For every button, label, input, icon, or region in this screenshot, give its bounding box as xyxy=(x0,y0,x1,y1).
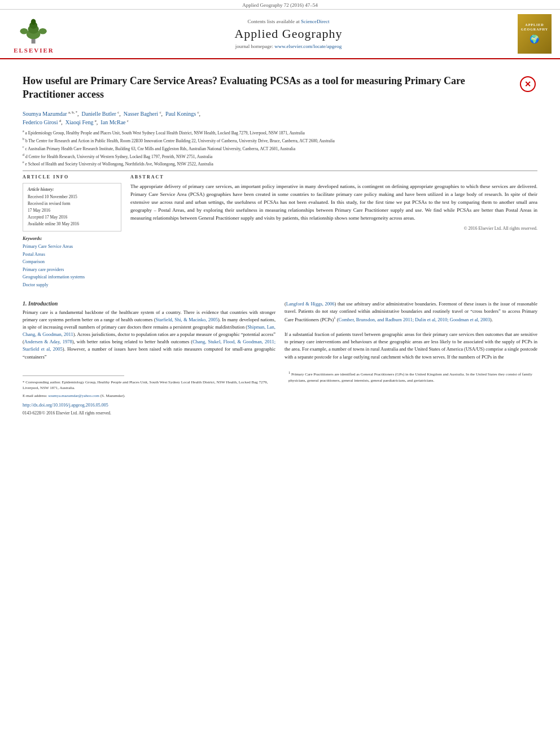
revised-date: 17 May 2016 xyxy=(28,207,116,214)
footnote-divider xyxy=(23,375,124,376)
history-label: Article history: xyxy=(28,187,116,192)
crossmark-icon[interactable]: ✕ xyxy=(520,76,536,92)
intro-right-col: (Langford & Higgs, 2006) that use arbitr… xyxy=(285,300,537,361)
footnote-container: * Corresponding author. Epidemiology Gro… xyxy=(0,370,560,417)
applied-geo-globe-icon: 🌍 xyxy=(530,34,540,45)
article-info-label: ARTICLE INFO xyxy=(23,174,121,180)
author-butler[interactable]: Danielle Butler xyxy=(81,111,116,117)
left-column: ARTICLE INFO Article history: Received 1… xyxy=(23,174,121,289)
article-title: How useful are Primary Care Service Area… xyxy=(23,74,512,102)
footnote-area: * Corresponding author. Epidemiology Gro… xyxy=(0,370,560,417)
intro-heading: 1. Introduction xyxy=(23,300,275,307)
elsevier-tree-icon xyxy=(14,15,54,46)
author-girosi[interactable]: Federico Girosi xyxy=(23,119,58,125)
email-line: E-mail address: soumya.mazumdar@yahoo.co… xyxy=(23,393,272,399)
svg-point-5 xyxy=(20,28,28,34)
page: Applied Geography 72 (2016) 47–54 ELSEVI… xyxy=(0,0,560,747)
author-email-link[interactable]: soumya.mazumdar@yahoo.com xyxy=(49,394,99,398)
revised-label: Received in revised form xyxy=(28,200,116,207)
intro-right-text: (Langford & Higgs, 2006) that use arbitr… xyxy=(285,300,537,361)
article-info-box: Article history: Received 10 November 20… xyxy=(23,183,121,231)
journal-citation: Applied Geography 72 (2016) 47–54 xyxy=(242,2,317,8)
author-mcrae[interactable]: Ian McRae xyxy=(100,119,125,125)
ref-langford-2006[interactable]: Langford & Higgs, 2006 xyxy=(286,301,335,307)
author-bagheri[interactable]: Nasser Bagheri xyxy=(124,111,158,117)
divider-after-affiliations xyxy=(23,171,537,171)
elsevier-logo: ELSEVIER xyxy=(6,14,62,54)
online-date: Available online 30 May 2016 xyxy=(28,221,116,228)
homepage-line: journal homepage: www.elsevier.com/locat… xyxy=(68,43,509,49)
keywords-section: Keywords: Primary Care Service Areas Pos… xyxy=(23,236,121,289)
journal-title: Applied Geography xyxy=(68,27,509,41)
main-content: How useful are Primary Care Service Area… xyxy=(0,59,560,361)
kw-2[interactable]: Postal Areas xyxy=(23,251,121,259)
introduction-section: 1. Introduction Primary care is a fundam… xyxy=(23,297,537,361)
ref-andersen-1978[interactable]: Andersen & Aday, 1978 xyxy=(24,339,72,344)
received-date: Received 10 November 2015 xyxy=(28,194,116,200)
footnote-left: * Corresponding author. Epidemiology Gro… xyxy=(23,370,272,417)
affiliations: a a Epidemiology Group, Healthy People a… xyxy=(23,129,537,167)
keywords-label: Keywords: xyxy=(23,236,121,241)
applied-geography-logo: APPLIED GEOGRAPHY 🌍 xyxy=(515,14,554,54)
intro-left-text: Primary care is a fundamental backbone o… xyxy=(23,309,275,361)
author-feng[interactable]: Xiaoqi Feng xyxy=(65,119,94,125)
author-mazumdar[interactable]: Soumya Mazumdar xyxy=(23,111,67,117)
crossmark-badge: ✕ xyxy=(518,76,537,92)
right-column: ABSTRACT The appropriate delivery of pri… xyxy=(130,174,537,289)
top-bar: Applied Geography 72 (2016) 47–54 xyxy=(0,0,560,10)
footnote-right: 1 Primary Care Practitioners are identif… xyxy=(288,370,537,417)
article-body-columns: ARTICLE INFO Article history: Received 1… xyxy=(23,174,537,289)
journal-header-center: Contents lists available at ScienceDirec… xyxy=(68,14,509,54)
intro-left-col: 1. Introduction Primary care is a fundam… xyxy=(23,300,275,361)
authors-line: Soumya Mazumdar a, b, *, Danielle Butler… xyxy=(23,110,537,127)
journal-header: ELSEVIER Contents lists available at Sci… xyxy=(0,10,560,59)
author-konings[interactable]: Paul Konings xyxy=(165,111,196,117)
affil-a: a a Epidemiology Group, Healthy People a… xyxy=(23,129,537,136)
affil-b: b b The Centre for Research and Action i… xyxy=(23,137,537,144)
article-dates: Received 10 November 2015 Received in re… xyxy=(28,194,116,228)
svg-point-6 xyxy=(39,28,47,34)
sciencedirect-line: Contents lists available at ScienceDirec… xyxy=(68,19,509,24)
ref-shipman-2011[interactable]: Shipman, Lan, Chang, & Goodman, 2011 xyxy=(23,324,275,337)
abstract-label: ABSTRACT xyxy=(130,174,537,180)
accepted-date: Accepted 17 May 2016 xyxy=(28,214,116,221)
abstract-text: The appropriate delivery of primary care… xyxy=(130,183,537,222)
issn-line: 0143-6228/© 2016 Elsevier Ltd. All right… xyxy=(23,410,272,416)
doi-section: http://dx.doi.org/10.1016/j.apgeog.2016.… xyxy=(23,402,272,416)
kw-5[interactable]: Geographical information systems xyxy=(23,273,121,281)
kw-1[interactable]: Primary Care Service Areas xyxy=(23,243,121,251)
affil-e: e e School of Health and Society Univers… xyxy=(23,160,537,167)
applied-geo-box: APPLIED GEOGRAPHY 🌍 xyxy=(518,14,552,54)
homepage-link[interactable]: www.elsevier.com/locate/apgeog xyxy=(274,43,342,49)
kw-3[interactable]: Comparison xyxy=(23,258,121,266)
elsevier-brand-text: ELSEVIER xyxy=(14,47,54,54)
ref-starfield-2005[interactable]: Starfield, Shi, & Macinko, 2005 xyxy=(155,317,217,322)
copyright-notice: © 2016 Elsevier Ltd. All rights reserved… xyxy=(130,226,537,231)
sciencedirect-link[interactable]: ScienceDirect xyxy=(301,19,329,24)
affil-d: d d Centre for Health Research, Universi… xyxy=(23,152,537,160)
svg-point-4 xyxy=(31,19,36,25)
kw-4[interactable]: Primary care providers xyxy=(23,266,121,274)
kw-6[interactable]: Doctor supply xyxy=(23,281,121,289)
ref-comber-2011[interactable]: Comber, Brunsdon, and Radburn 2011; Duli… xyxy=(339,317,490,322)
doi-link[interactable]: http://dx.doi.org/10.1016/j.apgeog.2016.… xyxy=(23,402,272,409)
footnote-1: 1 Primary Care Practitioners are identif… xyxy=(288,370,537,383)
corresponding-author-note: * Corresponding author. Epidemiology Gro… xyxy=(23,379,272,391)
article-title-section: How useful are Primary Care Service Area… xyxy=(23,74,537,105)
affil-c: c c Australian Primary Health Care Resea… xyxy=(23,145,537,152)
